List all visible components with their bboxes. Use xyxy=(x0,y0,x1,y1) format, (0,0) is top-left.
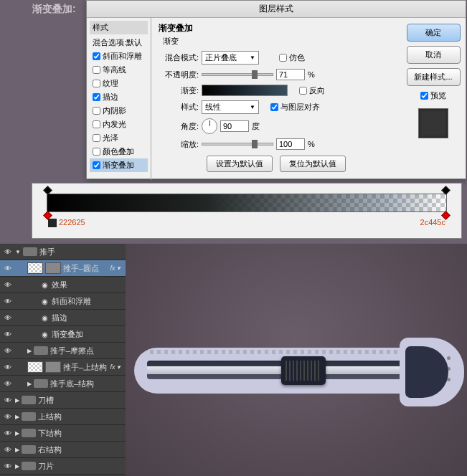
fx-badge[interactable]: fx ▾ xyxy=(110,363,123,371)
layer-thumb xyxy=(27,361,43,373)
cancel-button[interactable]: 取消 xyxy=(407,46,461,64)
dialog-title: 图层样式 xyxy=(87,1,466,18)
layer-row[interactable]: 👁推手–圆点fx ▾ xyxy=(0,260,126,277)
style-item-4[interactable]: 内阴影 xyxy=(90,104,148,118)
visibility-icon[interactable]: 👁 xyxy=(3,280,13,290)
visibility-icon[interactable]: 👁 xyxy=(3,296,13,306)
ok-button[interactable]: 确定 xyxy=(407,24,461,42)
style-item-3[interactable]: 描边 xyxy=(90,90,148,104)
layer-name: 描边 xyxy=(52,313,67,323)
fx-icon: ◉ xyxy=(39,280,49,290)
style-label: 光泽 xyxy=(103,133,118,143)
reset-default-button[interactable]: 复位为默认值 xyxy=(280,156,346,172)
layer-row[interactable]: 👁▶右结构 xyxy=(0,442,126,458)
layer-row[interactable]: 👁▶下结构 xyxy=(0,425,126,442)
style-checkbox[interactable] xyxy=(93,66,100,74)
scale-slider[interactable] xyxy=(202,143,273,146)
disclosure-icon[interactable]: ▶ xyxy=(15,414,19,420)
disclosure-icon[interactable]: ▶ xyxy=(27,381,32,387)
layer-name: 推手底–结构 xyxy=(50,379,94,389)
visibility-icon[interactable]: 👁 xyxy=(3,346,13,356)
blend-mode-select[interactable]: 正片叠底 xyxy=(202,51,259,65)
folder-icon xyxy=(23,247,37,256)
canvas-preview xyxy=(126,244,467,476)
visibility-icon[interactable]: 👁 xyxy=(3,362,13,372)
layer-row[interactable]: 👁▶刀片 xyxy=(0,458,126,475)
style-select[interactable]: 线性 xyxy=(202,100,259,114)
style-item-2[interactable]: 纹理 xyxy=(90,77,148,90)
new-style-button[interactable]: 新建样式... xyxy=(407,68,461,86)
reverse-checkbox[interactable] xyxy=(299,87,307,95)
styles-header[interactable]: 样式 xyxy=(90,21,148,34)
opacity-stop-left[interactable] xyxy=(43,186,52,195)
style-item-8[interactable]: 渐变叠加 xyxy=(90,158,148,172)
layer-row[interactable]: 👁◉描边 xyxy=(0,310,126,326)
opacity-stop-right[interactable] xyxy=(441,186,451,195)
visibility-icon[interactable]: 👁 xyxy=(3,428,13,438)
layer-row[interactable]: 👁◉斜面和浮雕 xyxy=(0,293,126,310)
style-label: 颜色叠加 xyxy=(103,146,134,157)
folder-icon xyxy=(22,429,36,437)
visibility-icon[interactable]: 👁 xyxy=(3,379,13,389)
layer-row[interactable]: 👁▶刀槽 xyxy=(0,392,126,409)
style-checkbox[interactable] xyxy=(93,93,100,101)
style-checkbox[interactable] xyxy=(93,52,100,60)
layer-name: 推手 xyxy=(39,247,55,257)
blend-options[interactable]: 混合选项:默认 xyxy=(90,36,148,49)
style-label: 等高线 xyxy=(103,65,126,75)
dither-checkbox[interactable] xyxy=(279,54,287,62)
styles-list: 样式 混合选项:默认 斜面和浮雕等高线纹理描边内阴影内发光光泽颜色叠加渐变叠加 xyxy=(87,18,151,180)
style-item-7[interactable]: 颜色叠加 xyxy=(90,145,148,158)
opacity-slider[interactable] xyxy=(202,73,273,76)
style-checkbox[interactable] xyxy=(93,80,100,87)
disclosure-icon[interactable]: ▶ xyxy=(15,463,19,470)
folder-icon xyxy=(34,379,48,388)
visibility-icon[interactable]: 👁 xyxy=(3,395,13,405)
opacity-input[interactable] xyxy=(276,69,305,80)
hex-left: 222625 xyxy=(48,218,85,227)
visibility-icon[interactable]: 👁 xyxy=(3,411,13,422)
style-item-0[interactable]: 斜面和浮雕 xyxy=(90,49,148,63)
layer-row[interactable]: 👁◉效果 xyxy=(0,277,126,293)
visibility-icon[interactable]: 👁 xyxy=(3,313,13,323)
gradient-ramp[interactable] xyxy=(47,194,447,212)
visibility-icon[interactable]: 👁 xyxy=(3,329,13,339)
gradient-picker[interactable] xyxy=(202,85,288,96)
visibility-icon[interactable]: 👁 xyxy=(3,461,13,471)
style-label: 内阴影 xyxy=(103,105,126,116)
visibility-icon[interactable]: 👁 xyxy=(3,444,13,454)
style-checkbox[interactable] xyxy=(93,148,100,156)
fx-badge[interactable]: fx ▾ xyxy=(110,265,123,272)
layer-row[interactable]: 👁▼推手 xyxy=(0,244,126,260)
layer-row[interactable]: 👁▶推手底–结构 xyxy=(0,376,126,392)
style-item-1[interactable]: 等高线 xyxy=(90,63,148,77)
style-item-6[interactable]: 光泽 xyxy=(90,131,148,145)
disclosure-icon[interactable]: ▶ xyxy=(15,447,19,453)
align-checkbox[interactable] xyxy=(270,103,278,111)
scale-input[interactable] xyxy=(276,138,305,150)
visibility-icon[interactable]: 👁 xyxy=(3,247,13,257)
preview-label: 预览 xyxy=(430,90,446,101)
set-default-button[interactable]: 设置为默认值 xyxy=(207,156,273,172)
layer-row[interactable]: 👁推手–上结构fx ▾ xyxy=(0,359,126,376)
style-checkbox[interactable] xyxy=(93,120,100,128)
style-checkbox[interactable] xyxy=(93,134,100,142)
disclosure-icon[interactable]: ▶ xyxy=(15,430,19,437)
style-checkbox[interactable] xyxy=(93,107,100,115)
reverse-label: 反向 xyxy=(309,85,325,96)
layer-row[interactable]: 👁▶推手–摩擦点 xyxy=(0,343,126,359)
layer-row[interactable]: 👁◉渐变叠加 xyxy=(0,326,126,343)
layer-row[interactable]: 👁▶上结构 xyxy=(0,409,126,425)
style-label: 纹理 xyxy=(103,78,118,89)
angle-input[interactable] xyxy=(220,120,249,132)
angle-dial[interactable] xyxy=(202,118,217,134)
visibility-icon[interactable]: 👁 xyxy=(3,263,13,273)
gradient-label: 渐变: xyxy=(159,85,199,96)
preview-checkbox[interactable] xyxy=(420,92,428,100)
disclosure-icon[interactable]: ▼ xyxy=(15,249,21,255)
style-checkbox[interactable] xyxy=(93,161,100,169)
disclosure-icon[interactable]: ▶ xyxy=(27,348,32,354)
style-item-5[interactable]: 内发光 xyxy=(90,118,148,131)
disclosure-icon[interactable]: ▶ xyxy=(15,397,19,404)
style-label: 描边 xyxy=(103,92,118,103)
